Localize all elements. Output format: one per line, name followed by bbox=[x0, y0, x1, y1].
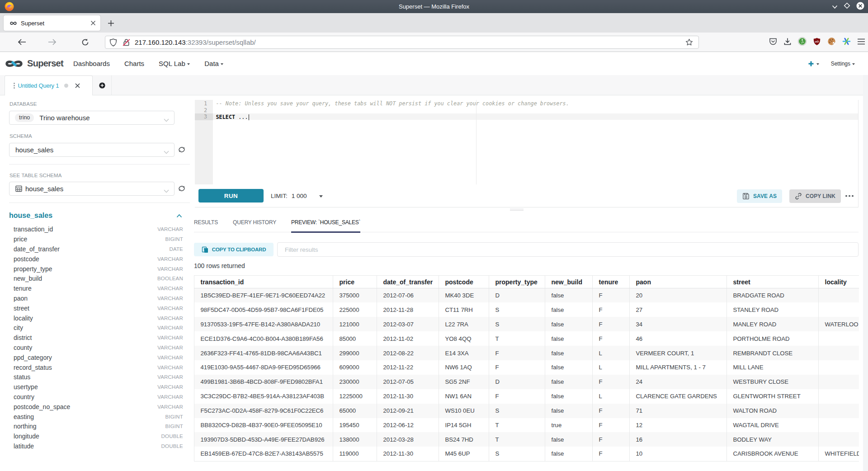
insecure-lock-icon[interactable] bbox=[122, 38, 131, 47]
column-header-date_of_transfer[interactable]: date_of_transfer bbox=[377, 276, 439, 288]
table-cell: ECE1D376-C9A6-4C00-B004-A380B189FA56 bbox=[194, 331, 333, 346]
copy-to-clipboard-button[interactable]: COPY TO CLIPBOARD bbox=[194, 243, 274, 256]
cookie-extension-icon[interactable] bbox=[827, 37, 836, 47]
table-row[interactable]: 91370533-19F5-47FE-B142-A380A8ADA2101210… bbox=[194, 317, 859, 331]
table-row[interactable]: 2636F323-FF41-4765-81DB-98CAA6A43BC12990… bbox=[194, 346, 859, 360]
back-button[interactable] bbox=[15, 36, 28, 48]
collapse-chevron-icon[interactable] bbox=[176, 214, 182, 218]
table-row[interactable]: 98F5DC47-0D05-4D59-95B7-98CA6F1FDE052250… bbox=[194, 302, 859, 317]
results-tab-query-history[interactable]: QUERY HISTORY bbox=[233, 217, 276, 232]
table-row[interactable]: BB8320C9-D82B-4B37-90E0-9FEE05095E101954… bbox=[194, 418, 859, 433]
database-select[interactable]: trino Trino warehouse bbox=[9, 111, 175, 125]
url-bar[interactable]: 217.160.120.143:32393/superset/sqllab/ bbox=[105, 36, 699, 49]
column-type: DOUBLE bbox=[161, 443, 184, 449]
column-header-paon[interactable]: paon bbox=[630, 276, 727, 288]
forward-button[interactable] bbox=[46, 36, 58, 48]
extension-green-icon[interactable] bbox=[798, 37, 807, 47]
table-cell: false bbox=[545, 331, 593, 346]
table-row[interactable]: 499B1981-3B6B-4BCD-808F-9FED9802BFA12300… bbox=[194, 375, 859, 389]
minimize-icon[interactable] bbox=[832, 3, 838, 11]
pane-split-handle[interactable] bbox=[510, 209, 524, 212]
nav-item-data[interactable]: Data bbox=[204, 60, 223, 67]
reload-button[interactable] bbox=[79, 36, 91, 48]
maximize-icon[interactable] bbox=[844, 2, 850, 11]
table-cell bbox=[819, 432, 859, 447]
column-name: street bbox=[14, 305, 157, 312]
column-header-postcode[interactable]: postcode bbox=[439, 276, 489, 288]
page-scrollbar[interactable] bbox=[863, 75, 868, 471]
nav-item-label: Charts bbox=[124, 60, 144, 67]
ublock-icon[interactable]: uO bbox=[813, 38, 821, 47]
limit-dropdown[interactable]: LIMIT: 1 000 bbox=[271, 184, 323, 207]
sql-code-editor[interactable]: 1 2 3 -- Note: Unless you save your quer… bbox=[195, 100, 858, 184]
superset-logo-icon bbox=[5, 59, 24, 69]
screen: Superset — Mozilla Firefox Superset bbox=[0, 0, 868, 471]
table-cell: false bbox=[545, 346, 593, 360]
new-tab-button[interactable] bbox=[107, 19, 115, 27]
superset-brand[interactable]: Superset bbox=[5, 52, 63, 75]
downloads-icon[interactable] bbox=[783, 38, 792, 47]
refresh-table-icon[interactable] bbox=[178, 184, 186, 193]
column-type: BOOLEAN bbox=[157, 276, 183, 281]
column-type: VARCHAR bbox=[157, 404, 183, 410]
column-header-locality[interactable]: locality bbox=[819, 276, 859, 288]
nav-item-charts[interactable]: Charts bbox=[124, 60, 144, 67]
extension-asterisk-icon[interactable] bbox=[842, 37, 851, 47]
column-type: VARCHAR bbox=[157, 345, 183, 350]
column-header-new_build[interactable]: new_build bbox=[545, 276, 593, 288]
column-header-price[interactable]: price bbox=[333, 276, 377, 288]
sql-comment-line: -- Note: Unless you save your query, the… bbox=[216, 100, 569, 107]
close-query-tab-icon[interactable] bbox=[75, 83, 80, 88]
more-options-button[interactable] bbox=[843, 184, 856, 207]
close-window-icon[interactable] bbox=[856, 2, 864, 12]
column-header-transaction_id[interactable]: transaction_id bbox=[194, 276, 333, 288]
nav-item-sql-lab[interactable]: SQL Lab bbox=[159, 60, 190, 67]
table-row[interactable]: 3C3C29DC-B7B2-4BE5-914A-A38123AF403B1225… bbox=[194, 389, 859, 404]
table-row[interactable]: 193907D3-5DBD-453D-A49E-9FEE27DAB9261380… bbox=[194, 432, 859, 447]
column-name: paon bbox=[14, 295, 157, 302]
pocket-icon[interactable] bbox=[769, 38, 777, 47]
limit-value: 1 000 bbox=[292, 193, 307, 199]
copy-link-button[interactable]: COPY LINK bbox=[789, 189, 841, 203]
table-select[interactable]: house_sales bbox=[9, 182, 175, 196]
bookmark-star-icon[interactable] bbox=[685, 38, 693, 46]
column-type: VARCHAR bbox=[157, 266, 183, 272]
column-header-tenure[interactable]: tenure bbox=[593, 276, 630, 288]
close-tab-icon[interactable] bbox=[89, 19, 98, 28]
table-cell: 225000 bbox=[333, 302, 377, 317]
settings-menu[interactable]: Settings bbox=[831, 61, 850, 67]
schema-select[interactable]: house_sales bbox=[9, 143, 175, 157]
table-cell bbox=[819, 288, 859, 303]
table-row[interactable]: ECE1D376-C9A6-4C00-B004-A380B189FA568500… bbox=[194, 331, 859, 346]
table-row[interactable]: 419E1030-9A55-4467-8DA9-9FED95D659666090… bbox=[194, 360, 859, 375]
chevron-down-icon bbox=[164, 116, 169, 124]
results-tab-results[interactable]: RESULTS bbox=[194, 217, 218, 232]
results-tab-preview-house-sales[interactable]: PREVIEW: `HOUSE_SALES` bbox=[291, 217, 360, 232]
table-cell: 299000 bbox=[333, 346, 377, 360]
schema-column-row: northingBIGINT bbox=[0, 421, 195, 431]
print-margin-line bbox=[476, 100, 476, 184]
table-row[interactable]: EB1459EB-67ED-47C8-B2E7-A38143AB55751190… bbox=[194, 447, 859, 461]
filter-results-input[interactable]: Filter results bbox=[277, 242, 859, 257]
nav-item-dashboards[interactable]: Dashboards bbox=[73, 60, 110, 67]
query-tab-active[interactable]: Untitled Query 1 bbox=[5, 75, 93, 95]
table-row[interactable]: 1B5C39ED-BE7F-41EF-9E71-9C60EED74A223750… bbox=[194, 288, 859, 303]
save-as-button[interactable]: SAVE AS bbox=[737, 189, 782, 203]
add-new-icon[interactable] bbox=[808, 61, 814, 66]
menu-hamburger-icon[interactable] bbox=[857, 38, 865, 47]
drag-handle-icon[interactable] bbox=[14, 83, 15, 89]
settings-caret-icon bbox=[852, 63, 855, 65]
run-button[interactable]: RUN bbox=[198, 189, 264, 203]
refresh-schema-icon[interactable] bbox=[178, 146, 186, 154]
add-query-tab-button[interactable] bbox=[93, 75, 112, 95]
column-header-property_type[interactable]: property_type bbox=[489, 276, 545, 288]
column-name: postcode bbox=[14, 255, 157, 263]
table-cell: false bbox=[545, 432, 593, 447]
column-type: BIGINT bbox=[165, 236, 183, 242]
browser-tab-superset[interactable]: Superset bbox=[4, 15, 100, 31]
add-new-caret-icon[interactable] bbox=[816, 63, 819, 65]
table-schema-title[interactable]: house_sales bbox=[9, 212, 52, 220]
table-row[interactable]: F5C273AC-0D2A-458F-8279-9C61F0C22EC66500… bbox=[194, 404, 859, 418]
tracking-shield-icon[interactable] bbox=[109, 38, 117, 47]
column-header-street[interactable]: street bbox=[727, 276, 819, 288]
